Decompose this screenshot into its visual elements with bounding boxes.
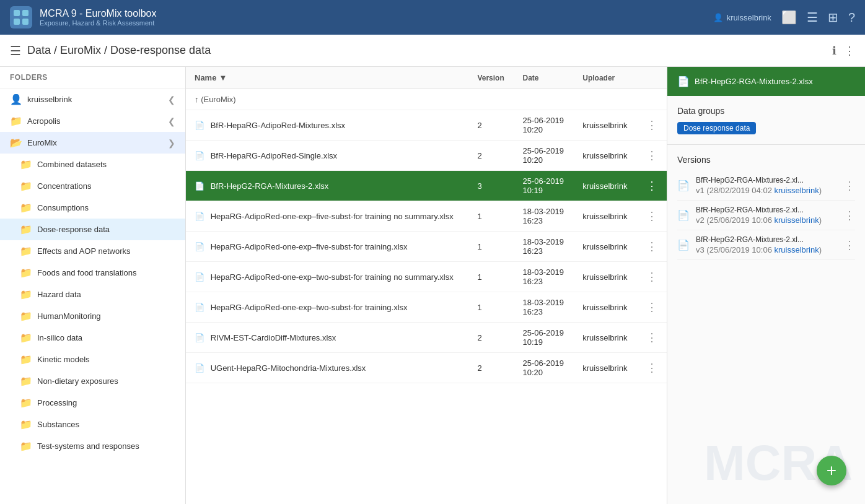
version-user-link[interactable]: kruisselbrink (775, 215, 819, 225)
file-name: BfR-HepG2-RGA-Mixtures-2.xlsx (211, 181, 329, 191)
row-actions-icon[interactable]: ⋮ (646, 271, 657, 283)
file-uploader: kruisselbrink (574, 232, 638, 262)
version-actions-icon[interactable]: ⋮ (844, 209, 855, 222)
grid-icon[interactable]: ⊞ (828, 10, 838, 25)
table-row[interactable]: 📄 RIVM-EST-CardioDiff-Mixtures.xlsx 2 25… (186, 323, 667, 353)
file-date: 25-06-2019 10:19 (514, 323, 574, 353)
folder-icon: 📁 (20, 440, 32, 452)
folder-icon: 📁 (20, 224, 32, 235)
folder-icon: 📁 (20, 245, 32, 257)
help-icon[interactable]: ? (848, 11, 855, 25)
file-version: 2 (468, 110, 514, 141)
info-icon[interactable]: ℹ (832, 44, 836, 58)
row-actions-icon[interactable]: ⋮ (646, 180, 657, 192)
table-row[interactable]: 📄 HepaRG-AdipoRed-one-exp–five-subst-for… (186, 201, 667, 232)
panel-file-icon: 📄 (677, 76, 690, 87)
sidebar-item-consumptions[interactable]: 📁 Consumptions (0, 197, 185, 219)
row-actions-icon[interactable]: ⋮ (646, 210, 657, 222)
folder-open-icon: 📂 (10, 137, 22, 149)
sidebar-item-foods-food-translations[interactable]: 📁 Foods and food translations (0, 262, 185, 284)
file-uploader: kruisselbrink (574, 141, 638, 171)
version-meta: v3 (25/06/2019 10:06 kruisselbrink) (696, 245, 838, 254)
col-uploader: Uploader (574, 67, 638, 89)
sidebar-item-processing[interactable]: 📁 Processing (0, 392, 185, 414)
row-actions-icon[interactable]: ⋮ (646, 362, 657, 374)
sidebar-item-dose-response-data[interactable]: 📁 Dose-response data (0, 219, 185, 240)
sidebar-item-label: Test-systems and responses (37, 441, 175, 451)
version-item[interactable]: 📄 BfR-HepG2-RGA-Mixtures-2.xl... v1 (28/… (677, 171, 855, 201)
table-row-selected[interactable]: 📄 BfR-HepG2-RGA-Mixtures-2.xlsx 3 25-06-… (186, 171, 667, 201)
folder-icon: 📁 (20, 397, 32, 409)
sidebar-item-label: Hazard data (37, 290, 175, 299)
app-branding: MCRA 9 - EuroMix toolbox Exposure, Hazar… (10, 6, 157, 28)
versions-section: Versions 📄 BfR-HepG2-RGA-Mixtures-2.xl..… (667, 145, 865, 270)
col-name[interactable]: Name ▼ (186, 67, 468, 89)
sidebar-item-euromix[interactable]: 📂 EuroMix ❯ (0, 132, 185, 154)
file-date: 18-03-2019 16:23 (514, 232, 574, 262)
version-user-link[interactable]: kruisselbrink (775, 186, 819, 195)
version-name: BfR-HepG2-RGA-Mixtures-2.xl... (696, 235, 838, 244)
version-actions-icon[interactable]: ⋮ (844, 238, 855, 252)
version-info: BfR-HepG2-RGA-Mixtures-2.xl... v3 (25/06… (696, 235, 838, 254)
table-row[interactable]: 📄 BfR-HepaRG-AdipoRed-Single.xlsx 2 25-0… (186, 141, 667, 171)
app-title: MCRA 9 - EuroMix toolbox Exposure, Hazar… (40, 8, 157, 27)
version-item[interactable]: 📄 BfR-HepG2-RGA-Mixtures-2.xl... v2 (25/… (677, 201, 855, 230)
file-table: Name ▼ Version Date Uploader ↑ (EuroMix) (186, 67, 667, 383)
sidebar-item-combined-datasets[interactable]: 📁 Combined datasets (0, 154, 185, 175)
file-uploader: kruisselbrink (574, 353, 638, 383)
more-icon[interactable]: ⋮ (844, 44, 855, 58)
file-version: 1 (468, 201, 514, 232)
add-button[interactable]: + (817, 456, 846, 485)
table-row[interactable]: 📄 HepaRG-AdipoRed-one-exp–two-subst-for … (186, 292, 667, 323)
sidebar-item-kruisselbrink[interactable]: 👤 kruisselbrink ❮ (0, 89, 185, 110)
svg-rect-1 (22, 10, 29, 16)
version-user-link[interactable]: kruisselbrink (775, 245, 819, 254)
dose-response-badge[interactable]: Dose response data (677, 122, 756, 134)
sidebar-item-label: Dose-response data (37, 225, 175, 234)
sidebar-item-non-dietary[interactable]: 📁 Non-dietary exposures (0, 370, 185, 392)
sidebar-item-test-systems[interactable]: 📁 Test-systems and responses (0, 435, 185, 457)
svg-rect-3 (22, 19, 29, 25)
col-date: Date (514, 67, 574, 89)
table-row[interactable]: 📄 HepaRG-AdipoRed-one-exp–two-subst-for … (186, 262, 667, 292)
parent-folder-label: (EuroMix) (201, 95, 235, 104)
table-row-back[interactable]: ↑ (EuroMix) (186, 89, 667, 110)
sidebar-item-acropolis[interactable]: 📁 Acropolis ❮ (0, 110, 185, 132)
hamburger-icon[interactable]: ☰ (10, 43, 21, 58)
breadcrumb: Data / EuroMix / Dose-response data (27, 44, 211, 57)
monitor-icon[interactable]: ⬜ (781, 10, 797, 25)
topnav-right: 👤 kruisselbrink ⬜ ☰ ⊞ ? (713, 10, 855, 25)
file-name: UGent-HepaRG-Mitochondria-Mixtures.xlsx (211, 363, 366, 373)
sidebar-item-effects-aop[interactable]: 📁 Effects and AOP networks (0, 240, 185, 262)
sidebar-item-label: Kinetic models (37, 355, 175, 364)
row-actions-icon[interactable]: ⋮ (646, 240, 657, 253)
table-row[interactable]: 📄 UGent-HepaRG-Mitochondria-Mixtures.xls… (186, 353, 667, 383)
version-item[interactable]: 📄 BfR-HepG2-RGA-Mixtures-2.xl... v3 (25/… (677, 230, 855, 260)
right-panel: 📄 BfR-HepG2-RGA-Mixtures-2.xlsx Data gro… (667, 67, 865, 504)
user-icon: 👤 (713, 13, 723, 22)
sidebar-item-kinetic-models[interactable]: 📁 Kinetic models (0, 349, 185, 370)
user-folder-icon: 👤 (10, 93, 22, 105)
row-actions-icon[interactable]: ⋮ (646, 331, 657, 344)
table-row[interactable]: 📄 HepaRG-AdipoRed-one-exp–five-subst-for… (186, 232, 667, 262)
sidebar-item-human-monitoring[interactable]: 📁 HumanMonitoring (0, 305, 185, 327)
row-actions-icon[interactable]: ⋮ (646, 149, 657, 162)
sidebar-item-label: Combined datasets (37, 160, 175, 169)
sidebar-item-in-silico[interactable]: 📁 In-silico data (0, 327, 185, 349)
file-uploader: kruisselbrink (574, 110, 638, 141)
panel-header: 📄 BfR-HepG2-RGA-Mixtures-2.xlsx (667, 67, 865, 96)
row-actions-icon[interactable]: ⋮ (646, 119, 657, 131)
version-file-icon: 📄 (677, 209, 690, 221)
row-actions-icon[interactable]: ⋮ (646, 301, 657, 313)
sidebar-item-hazard-data[interactable]: 📁 Hazard data (0, 284, 185, 305)
chevron-left-icon: ❮ (168, 116, 175, 126)
file-date: 25-06-2019 10:20 (514, 141, 574, 171)
col-version: Version (468, 67, 514, 89)
user-menu[interactable]: 👤 kruisselbrink (713, 13, 771, 22)
sidebar-item-substances[interactable]: 📁 Substances (0, 414, 185, 435)
list-icon[interactable]: ☰ (807, 10, 818, 25)
sidebar-item-concentrations[interactable]: 📁 Concentrations (0, 175, 185, 197)
table-row[interactable]: 📄 BfR-HepaRG-AdipoRed-Mixtures.xlsx 2 25… (186, 110, 667, 141)
file-icon: 📄 (195, 333, 204, 342)
version-actions-icon[interactable]: ⋮ (844, 179, 855, 193)
